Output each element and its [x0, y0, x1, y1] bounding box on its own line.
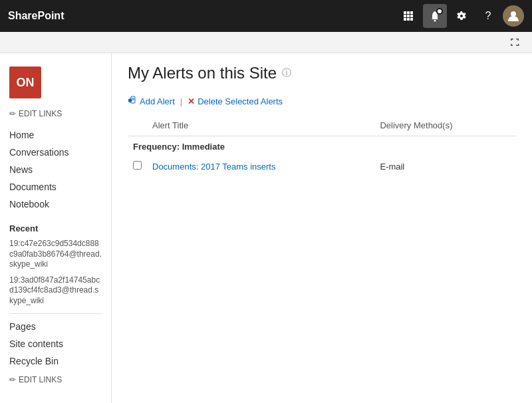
- help-label: ?: [485, 10, 491, 22]
- delete-alerts-button[interactable]: ✕ Delete Selected Alerts: [188, 96, 283, 106]
- edit-links-top[interactable]: ✏ EDIT LINKS: [0, 109, 111, 121]
- sidebar-item-conversations[interactable]: Conversations: [0, 144, 111, 161]
- svg-rect-1: [407, 11, 410, 14]
- add-alert-button[interactable]: Add Alert: [128, 96, 175, 107]
- page-header: My Alerts on this Site ⓘ: [128, 64, 516, 82]
- recent-section-label: Recent: [0, 218, 111, 236]
- sidebar-item-notebook[interactable]: Notebook: [0, 196, 111, 213]
- sidebar-item-site-contents[interactable]: Site contents: [0, 335, 111, 352]
- svg-rect-7: [407, 18, 410, 21]
- delete-icon: ✕: [188, 96, 195, 106]
- sidebar-item-pages[interactable]: Pages: [0, 318, 111, 335]
- alert-title-cell: Documents: 2017 Teams inserts: [147, 157, 374, 176]
- svg-point-9: [434, 20, 436, 22]
- svg-rect-2: [410, 11, 413, 14]
- sidebar-item-recycle-bin-label: Recycle Bin: [9, 356, 59, 366]
- sidebar: ON ✏ EDIT LINKS Home Conversations News …: [0, 53, 112, 403]
- table-row: Documents: 2017 Teams inserts E-mail: [128, 157, 516, 176]
- topbar-right: ?: [396, 4, 524, 28]
- site-logo: ON: [9, 67, 41, 98]
- sidebar-item-documents[interactable]: Documents: [0, 178, 111, 196]
- edit-links-top-label: EDIT LINKS: [19, 109, 62, 118]
- pencil-icon: ✏: [9, 109, 16, 118]
- sidebar-item-site-contents-label: Site contents: [9, 338, 63, 349]
- svg-rect-4: [407, 15, 410, 17]
- edit-links-bottom[interactable]: ✏ EDIT LINKS: [0, 370, 111, 390]
- site-logo-area: ON: [0, 61, 111, 109]
- main-layout: ON ✏ EDIT LINKS Home Conversations News …: [0, 53, 532, 403]
- help-icon[interactable]: ?: [476, 4, 500, 28]
- alert-title-link[interactable]: Documents: 2017 Teams inserts: [152, 162, 275, 172]
- sidebar-item-documents-label: Documents: [9, 182, 57, 192]
- frequency-header: Frequency: Immediate: [128, 136, 516, 158]
- alerts-table: Alert Title Delivery Method(s) Frequency…: [128, 118, 516, 176]
- edit-links-bottom-label: EDIT LINKS: [19, 375, 62, 384]
- svg-rect-8: [410, 18, 413, 21]
- row-checkbox[interactable]: [133, 161, 142, 170]
- add-alert-icon: [128, 96, 137, 107]
- col-delivery: Delivery Method(s): [374, 118, 516, 136]
- svg-rect-12: [130, 98, 130, 103]
- topbar-left: SharePoint: [8, 10, 64, 22]
- recent-item-1[interactable]: 19:c47e263c9d534dc888c9a0fab3b86764@thre…: [0, 236, 111, 273]
- sidebar-item-home-label: Home: [9, 130, 34, 140]
- sidebar-item-home[interactable]: Home: [0, 126, 111, 144]
- main-content: My Alerts on this Site ⓘ Add Alert |: [112, 53, 532, 403]
- toolbar-separator: |: [180, 96, 182, 106]
- sidebar-item-pages-label: Pages: [9, 321, 36, 332]
- nav-section-main: Home Conversations News Documents Notebo…: [0, 121, 111, 218]
- notification-bell-icon[interactable]: [423, 4, 447, 28]
- add-alert-label: Add Alert: [140, 96, 175, 106]
- svg-rect-5: [410, 15, 413, 17]
- svg-point-10: [511, 11, 516, 17]
- svg-rect-3: [404, 15, 406, 17]
- svg-rect-0: [404, 11, 406, 14]
- svg-rect-6: [404, 18, 406, 21]
- recent-item-2[interactable]: 19:3ad0f847a2f14745abcd139cf4fc8ad3@thre…: [0, 273, 111, 309]
- info-icon[interactable]: ⓘ: [282, 67, 291, 79]
- col-checkbox: [128, 118, 147, 136]
- topbar: SharePoint ?: [0, 0, 532, 32]
- settings-icon[interactable]: [450, 4, 473, 28]
- sharepoint-logo: SharePoint: [8, 10, 64, 22]
- sidebar-item-recycle-bin[interactable]: Recycle Bin: [0, 352, 111, 370]
- col-alert-title: Alert Title: [147, 118, 374, 136]
- avatar[interactable]: [503, 5, 524, 27]
- page-title-text: My Alerts on this Site: [128, 64, 277, 82]
- sidebar-item-news-label: News: [9, 164, 33, 175]
- delivery-method-cell: E-mail: [374, 157, 516, 176]
- subbar: [0, 32, 532, 53]
- grid-icon[interactable]: [396, 4, 420, 28]
- sidebar-item-news[interactable]: News: [0, 161, 111, 178]
- alerts-toolbar: Add Alert | ✕ Delete Selected Alerts: [128, 96, 516, 107]
- expand-icon[interactable]: [505, 33, 524, 52]
- row-checkbox-cell[interactable]: [128, 157, 147, 176]
- sidebar-item-conversations-label: Conversations: [9, 147, 69, 158]
- nav-divider: [9, 313, 102, 314]
- page-title: My Alerts on this Site ⓘ: [128, 64, 516, 82]
- delete-alerts-label: Delete Selected Alerts: [198, 96, 283, 106]
- pencil-icon-bottom: ✏: [9, 375, 16, 384]
- sidebar-item-notebook-label: Notebook: [9, 199, 49, 209]
